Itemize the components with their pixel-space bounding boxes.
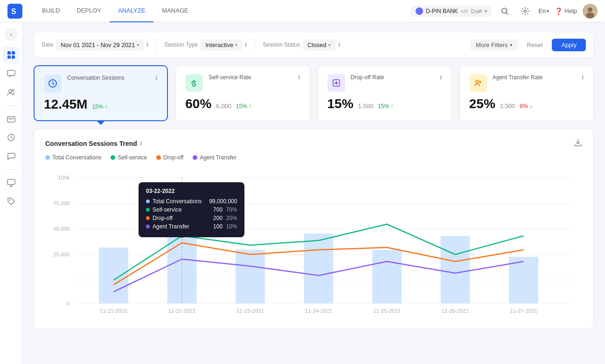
metric-value-1: 60% <box>185 96 211 111</box>
session-type-filter-value[interactable]: Interactive ▾ <box>201 39 242 51</box>
chart-section: Conversation Sessions Trend ℹ Total Conv… <box>34 129 594 329</box>
date-info-icon[interactable]: ℹ <box>146 41 149 48</box>
nav-build[interactable]: BUILD <box>34 0 68 22</box>
bar-0 <box>99 247 128 303</box>
more-filters-chevron-icon: ▾ <box>510 42 512 48</box>
svg-rect-12 <box>7 70 15 76</box>
brand-status: Draft <box>471 8 482 14</box>
metric-info-0[interactable]: ℹ <box>155 75 158 81</box>
brand-chevron-icon: ▾ <box>485 8 487 14</box>
sidebar-item-comments[interactable] <box>3 148 20 165</box>
svg-text:11-22-2021: 11-22-2021 <box>168 308 196 314</box>
svg-point-4 <box>524 10 527 12</box>
metric-card-header-2: Drop-off Rate ℹ <box>327 74 442 92</box>
session-status-filter-label: Session Status <box>263 41 300 48</box>
session-status-info-icon[interactable]: ℹ <box>338 41 341 48</box>
reset-button[interactable]: Reset <box>522 39 548 51</box>
brand-name: D-PIN BANK <box>426 8 458 14</box>
svg-text:11-26-2021: 11-26-2021 <box>442 308 469 314</box>
date-filter-group: Date Nov 01 2021 - Nov 29 2021 ▾ ℹ <box>42 39 149 51</box>
svg-text:11-24-2021: 11-24-2021 <box>305 308 333 314</box>
lang-label: En <box>538 7 546 14</box>
sidebar-item-inbox[interactable] <box>3 110 20 127</box>
metric-card-self-service-rate[interactable]: Self-service Rate ℹ 60% 6,000 15% ↑ <box>175 65 310 121</box>
top-nav: S BUILD DEPLOY ANALYZE MANAGE D-PIN BANK… <box>0 0 605 22</box>
help-button[interactable]: ❓ Help <box>555 7 577 15</box>
lang-button[interactable]: En ▾ <box>538 7 549 14</box>
metric-icon-2 <box>327 74 345 92</box>
sidebar-item-chat[interactable] <box>3 65 20 82</box>
settings-button[interactable] <box>518 4 533 19</box>
metric-change-3: 6% ↓ <box>520 103 532 110</box>
metric-info-1[interactable]: ℹ <box>298 74 300 81</box>
svg-text:50,000: 50,000 <box>53 226 70 232</box>
metric-info-2[interactable]: ℹ <box>440 74 442 81</box>
svg-text:25,000: 25,000 <box>53 252 70 257</box>
svg-rect-11 <box>12 55 15 59</box>
sidebar-toggle[interactable]: ‹ <box>5 28 18 41</box>
nav-manage[interactable]: MANAGE <box>153 0 196 22</box>
sidebar-divider-1 <box>5 105 18 106</box>
legend-self-service: Self-service <box>111 154 147 161</box>
session-status-filter-value[interactable]: Closed ▾ <box>303 39 335 51</box>
session-status-chevron-icon: ▾ <box>328 42 331 48</box>
svg-point-6 <box>588 7 592 12</box>
metric-value-2: 15% <box>327 96 354 111</box>
svg-point-2 <box>502 8 507 13</box>
bar-3 <box>304 234 334 303</box>
legend-drop-off: Drop-off <box>156 154 183 161</box>
legend-label-agent-transfer: Agent Transfer <box>200 154 236 161</box>
metric-card-header-0: Conversation Sessions ℹ <box>44 75 158 92</box>
sidebar-item-history[interactable] <box>3 129 20 146</box>
date-filter-value[interactable]: Nov 01 2021 - Nov 29 2021 ▾ <box>56 39 144 51</box>
metric-value-row-0: 12.45M 15% ↑ <box>44 97 158 112</box>
metric-card-conversation-sessions[interactable]: Conversation Sessions ℹ 12.45M 15% ↑ <box>34 65 168 121</box>
chart-info-icon[interactable]: ℹ <box>140 140 142 147</box>
metric-value-row-3: 25% 2,500 6% ↓ <box>469 96 584 111</box>
legend-dot-agent-transfer <box>193 155 197 160</box>
brand-selector[interactable]: D-PIN BANK </> Draft ▾ <box>411 6 492 17</box>
logo[interactable]: S <box>7 4 22 19</box>
metric-card-drop-off-rate[interactable]: Drop-off Rate ℹ 15% 1,500 15% ↑ <box>318 65 452 121</box>
metric-card-agent-transfer-rate[interactable]: Agent Transfer Rate ℹ 25% 2,500 6% ↓ <box>459 65 594 121</box>
nav-analyze[interactable]: ANALYZE <box>110 0 153 22</box>
chart-export-button[interactable] <box>574 138 582 149</box>
nav-deploy[interactable]: DEPLOY <box>68 0 110 22</box>
search-button[interactable] <box>497 4 512 19</box>
top-nav-right: D-PIN BANK </> Draft ▾ En ▾ ❓ Help <box>411 4 598 19</box>
svg-point-14 <box>12 89 14 91</box>
svg-text:S: S <box>11 7 16 15</box>
session-type-info-icon[interactable]: ℹ <box>245 41 247 48</box>
metric-title-1: Self-service Rate <box>209 74 298 81</box>
svg-text:0: 0 <box>67 301 70 306</box>
svg-point-18 <box>9 199 10 201</box>
metric-info-3[interactable]: ℹ <box>582 74 584 81</box>
metric-icon-0 <box>44 75 62 92</box>
sidebar-item-users[interactable] <box>3 84 20 101</box>
legend-label-drop-off: Drop-off <box>163 154 183 161</box>
svg-rect-17 <box>7 179 15 185</box>
metric-value-0: 12.45M <box>44 97 87 112</box>
metric-title-0: Conversation Sessions <box>67 75 155 81</box>
sidebar-item-dashboard[interactable] <box>3 47 20 63</box>
metric-sub-1: 6,000 <box>216 103 231 110</box>
main-content: Date Nov 01 2021 - Nov 29 2021 ▾ ℹ Sessi… <box>22 22 605 364</box>
more-filters-button[interactable]: More Filters ▾ <box>470 39 518 51</box>
bar-5 <box>441 236 470 303</box>
svg-point-22 <box>476 80 479 83</box>
svg-text:11-27-2021: 11-27-2021 <box>510 308 537 314</box>
chart-container: 03-22-2022 Total Conversations 99,000,00… <box>45 168 582 319</box>
svg-text:75,000: 75,000 <box>53 200 70 206</box>
metric-title-3: Agent Transfer Rate <box>493 74 582 81</box>
user-avatar[interactable] <box>583 4 598 19</box>
metric-value-3: 25% <box>469 96 495 111</box>
lang-chevron-icon: ▾ <box>547 8 549 14</box>
chart-header: Conversation Sessions Trend ℹ <box>45 138 582 149</box>
svg-text:11-25-2021: 11-25-2021 <box>373 308 401 314</box>
sidebar-item-tags[interactable] <box>3 193 20 210</box>
sidebar-item-monitor[interactable] <box>3 174 20 191</box>
session-type-chevron-icon: ▾ <box>235 42 237 48</box>
apply-button[interactable]: Apply <box>552 39 586 51</box>
metric-card-header-3: Agent Transfer Rate ℹ <box>469 74 584 92</box>
svg-text:11-21-2021: 11-21-2021 <box>100 308 127 314</box>
